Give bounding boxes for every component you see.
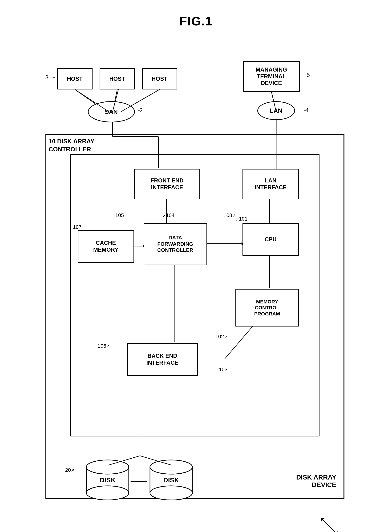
ref-tilde-5: ~: [303, 72, 307, 78]
ref-tilde-3: ~: [52, 74, 55, 81]
ref-3: 3: [45, 74, 48, 81]
lan-top-ellipse: LAN: [257, 101, 295, 120]
disk-array-device-label: DISK ARRAY DEVICE: [296, 474, 336, 489]
svg-text:DISK: DISK: [163, 476, 179, 484]
ref-102: 102↗: [215, 333, 228, 340]
host2-box: HOST: [100, 68, 135, 89]
host1-box: HOST: [57, 68, 93, 89]
svg-text:DISK: DISK: [100, 476, 115, 484]
svg-point-36: [150, 460, 192, 474]
svg-point-37: [150, 486, 192, 500]
back-end-interface-box: BACK END INTERFACE: [127, 343, 198, 376]
disk1: DISK: [84, 458, 131, 500]
page-title: FIG.1: [0, 0, 392, 38]
disk-array-controller-label: 10 DISK ARRAYCONTROLLER: [49, 138, 95, 153]
outer-box: 10 DISK ARRAYCONTROLLER: [45, 134, 345, 499]
ref-20: 20↗: [65, 467, 75, 473]
data-forwarding-box: DATA FORWARDING CONTROLLER: [144, 223, 207, 265]
managing-terminal-box: MANAGING TERMINAL DEVICE: [243, 61, 300, 92]
san-ellipse: SAN: [88, 101, 135, 122]
ref-1-area: 1: [314, 511, 342, 532]
ref-5: 5: [307, 72, 310, 78]
svg-line-28: [225, 326, 253, 358]
ref-tilde-4: ~: [303, 107, 306, 114]
svg-point-33: [86, 486, 129, 500]
ref-107: 107: [73, 224, 82, 230]
ref-108: 108↗: [224, 212, 236, 218]
ref-106: 106↗: [98, 343, 110, 349]
svg-line-43: [321, 518, 335, 532]
cpu-box: CPU: [243, 223, 299, 256]
ref-103: 103: [219, 366, 228, 373]
lan-interface-box: LAN INTERFACE: [243, 169, 299, 199]
disk2: DISK: [148, 458, 195, 500]
svg-point-32: [86, 460, 129, 474]
ref-104: ↙104: [163, 212, 175, 218]
front-end-interface-box: FRONT END INTERFACE: [134, 169, 200, 199]
ref-tilde-2: ~: [137, 107, 140, 114]
memory-control-box: MEMORY CONTROL PROGRAM: [235, 289, 299, 327]
inner-box: FRONT END INTERFACE LAN INTERFACE CACHE …: [70, 154, 319, 436]
host3-box: HOST: [142, 68, 177, 89]
ref-105: 105: [115, 212, 124, 218]
cache-memory-box: CACHE MEMORY: [78, 230, 134, 263]
ref-101: ↙101: [235, 216, 248, 222]
